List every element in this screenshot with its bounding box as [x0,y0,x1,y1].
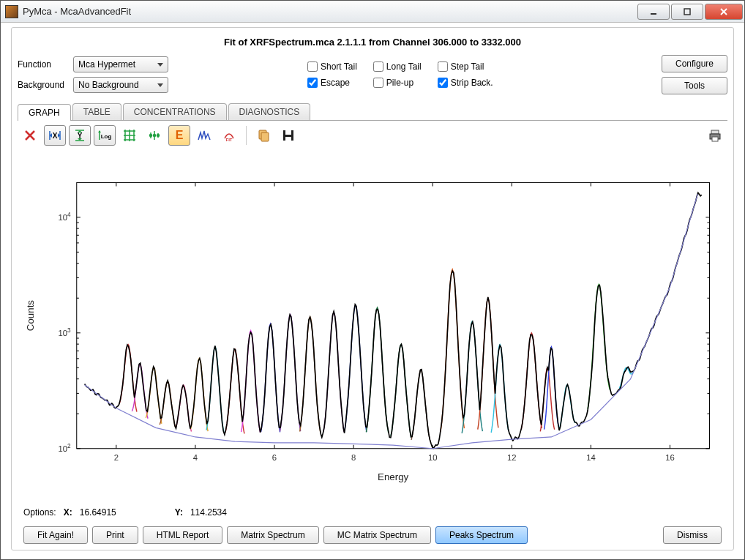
checkbox-short-tail-input[interactable] [307,61,318,72]
close-button[interactable] [705,4,743,20]
svg-text:2: 2 [114,453,119,462]
copy-icon[interactable] [252,125,274,146]
svg-marker-17 [98,130,101,132]
background-combo-value: No Background [78,80,139,90]
app-icon [5,5,18,18]
tabs: GRAPH TABLE CONCENTRATIONS DIAGNOSTICS [18,103,727,121]
maximize-button[interactable] [671,4,703,20]
fit-title: Fit of XRFSpectrum.mca 2.1.1.1 from Chan… [18,37,727,48]
svg-text:Y: Y [78,132,83,140]
options-label: Options: [23,507,56,518]
tab-table[interactable]: TABLE [72,103,121,120]
background-combo[interactable]: No Background [73,77,168,93]
configure-button[interactable]: Configure [662,55,727,72]
svg-point-29 [154,135,156,137]
matrix-spectrum-button[interactable]: Matrix Spectrum [227,526,318,544]
svg-rect-39 [712,137,718,141]
svg-point-28 [150,135,152,137]
peaks-spectrum-button[interactable]: Peaks Spectrum [435,526,528,544]
dismiss-button[interactable]: Dismiss [663,526,722,544]
checkbox-step-tail-input[interactable] [438,61,448,72]
checkbox-pileup[interactable]: Pile-up [373,78,422,88]
svg-text:14: 14 [586,453,596,462]
checkbox-long-tail[interactable]: Long Tail [373,61,422,72]
svg-text:FIT: FIT [226,138,233,142]
mc-matrix-spectrum-button[interactable]: MC Matrix Spectrum [323,526,431,544]
background-label: Background [18,80,69,90]
options-y-value: 114.2534 [190,507,227,518]
svg-rect-36 [285,137,291,141]
energy-toggle-button[interactable]: E [168,125,190,146]
svg-text:Log: Log [101,133,112,140]
tab-concentrations[interactable]: CONCENTRATIONS [123,103,227,120]
svg-point-30 [157,135,160,137]
function-combo[interactable]: Mca Hypermet [73,56,168,72]
svg-text:104: 104 [59,212,72,222]
graph-toolbar: X Y Log E FIT [18,121,727,150]
plot-area[interactable]: 102103104246810121416EnergyCounts [20,153,725,504]
options-y-label: Y: [175,507,183,518]
options-x-label: X: [64,507,72,518]
function-combo-value: Mca Hypermet [78,59,135,70]
y-autoscale-button[interactable]: Y [69,125,91,146]
bottom-buttons: Fit Again! Print HTML Report Matrix Spec… [18,523,727,544]
titlebar: PyMca - McaAdvancedFit [1,1,744,23]
svg-rect-33 [261,132,269,141]
tab-graph[interactable]: GRAPH [18,104,71,121]
checkbox-short-tail[interactable]: Short Tail [307,61,357,72]
grid-toggle-icon[interactable] [119,125,141,146]
print-button[interactable]: Print [92,526,138,544]
fit-again-button[interactable]: Fit Again! [23,526,88,544]
checkbox-pileup-input[interactable] [373,78,383,88]
svg-text:103: 103 [59,327,72,337]
checkbox-escape[interactable]: Escape [307,78,357,88]
checkbox-long-tail-input[interactable] [373,61,383,72]
log-toggle-button[interactable]: Log [94,125,116,146]
svg-rect-35 [285,130,291,135]
html-report-button[interactable]: HTML Report [143,526,223,544]
svg-text:Energy: Energy [378,471,408,482]
fit-icon[interactable]: FIT [218,125,240,146]
checkbox-escape-input[interactable] [307,78,318,88]
peaks-icon[interactable] [193,125,215,146]
options-x-value: 16.64915 [80,507,116,518]
options-row: Options: X: 16.64915 Y: 114.2534 [18,504,727,523]
function-label: Function [18,59,69,70]
svg-text:6: 6 [272,453,277,462]
svg-text:12: 12 [507,453,517,462]
svg-text:4: 4 [193,453,198,462]
svg-text:10: 10 [428,453,438,462]
tab-diagnostics[interactable]: DIAGNOSTICS [228,103,311,120]
checkbox-strip-back-input[interactable] [438,78,448,88]
checkbox-step-tail[interactable]: Step Tail [438,61,493,72]
svg-text:102: 102 [59,443,72,453]
print-icon[interactable] [704,125,726,146]
save-icon[interactable] [277,125,299,146]
points-toggle-icon[interactable] [143,125,165,146]
svg-text:8: 8 [351,453,356,462]
svg-text:X: X [53,132,58,140]
window-title: PyMca - McaAdvancedFit [23,6,131,17]
window: PyMca - McaAdvancedFit Fit of XRFSpectru… [0,0,745,560]
svg-text:16: 16 [665,453,675,462]
reset-zoom-icon[interactable] [19,125,41,146]
x-autoscale-button[interactable]: X [44,125,66,146]
checkbox-strip-back[interactable]: Strip Back. [438,78,493,88]
svg-rect-1 [684,9,690,15]
tools-button[interactable]: Tools [662,77,727,94]
svg-text:Counts: Counts [25,300,36,331]
chart-svg: 102103104246810121416EnergyCounts [20,153,725,504]
svg-rect-37 [711,130,719,134]
minimize-button[interactable] [637,4,670,20]
